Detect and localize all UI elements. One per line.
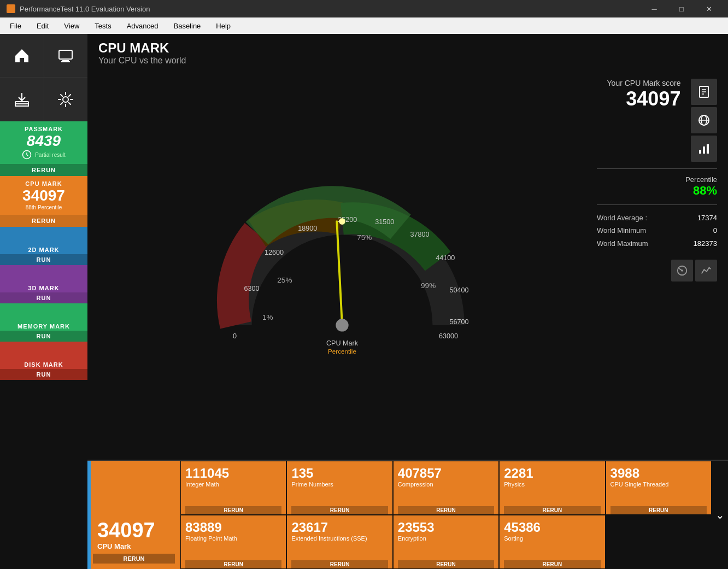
tile-cpu-single-rerun[interactable]: RERUN <box>610 506 707 514</box>
tile-sse-rerun[interactable]: RERUN <box>291 560 388 568</box>
settings-icon <box>56 90 75 109</box>
tile-sorting-name: Sorting <box>504 535 600 542</box>
passmark-section[interactable]: PASSMARK 8439 Partial result <box>0 121 87 164</box>
sidebar-home-button[interactable] <box>0 34 44 78</box>
page-subtitle: Your CPU vs the world <box>98 56 717 66</box>
menu-view[interactable]: View <box>56 20 87 32</box>
sidebar-top-icons <box>0 34 87 78</box>
svg-text:18900: 18900 <box>298 224 317 232</box>
tile-float-math: 83889 Floating Point Math RERUN <box>180 515 286 569</box>
chevron-down-icon: ⌄ <box>715 508 725 521</box>
sidebar-settings-button[interactable] <box>44 78 88 121</box>
system-icon <box>56 46 75 66</box>
world-minimum-row: World Minimum 0 <box>597 224 717 237</box>
minimize-button[interactable]: ─ <box>642 0 667 17</box>
tile-sse: 23617 Extended Instructions (SSE) RERUN <box>286 515 392 569</box>
tile-compression-number: 407857 <box>398 466 494 481</box>
gauge-icon-button[interactable] <box>671 260 693 281</box>
tile-integer-math-name: Integer Math <box>185 481 281 488</box>
2d-mark-run[interactable]: RUN <box>0 254 87 265</box>
score-value: 34097 <box>607 87 681 110</box>
tile-encryption-number: 23553 <box>398 520 494 535</box>
svg-text:56700: 56700 <box>449 318 468 325</box>
bar-chart-icon <box>697 142 711 155</box>
svg-line-21 <box>337 221 342 325</box>
menu-advanced[interactable]: Advanced <box>119 20 166 32</box>
cpu-mark-rerun-button[interactable]: RERUN <box>0 215 87 227</box>
tile-sorting: 45386 Sorting RERUN <box>499 515 605 569</box>
sidebar-system-button[interactable] <box>44 34 88 78</box>
passmark-score: 8439 <box>4 132 83 150</box>
main-tile-score: 34097 <box>97 519 175 542</box>
svg-point-23 <box>339 218 345 225</box>
main-tile-label: CPU Mark <box>97 542 175 550</box>
sidebar-3d-mark[interactable]: 3D MARK RUN <box>0 265 87 303</box>
tile-float-rerun[interactable]: RERUN <box>185 560 281 568</box>
score-divider2 <box>597 204 717 205</box>
scroll-down-button[interactable]: ⌄ <box>712 461 728 569</box>
3d-mark-run[interactable]: RUN <box>0 292 87 303</box>
home-icon <box>12 46 32 66</box>
passmark-rerun-button[interactable]: RERUN <box>0 164 87 176</box>
menu-help[interactable]: Help <box>208 20 238 32</box>
score-panel: Your CPU Mark score 34097 <box>591 68 723 460</box>
memory-mark-label: MEMORY MARK <box>17 323 70 330</box>
sidebar: PASSMARK 8439 Partial result RERUN CPU M… <box>0 34 87 569</box>
menu-baseline[interactable]: Baseline <box>166 20 208 32</box>
tile-physics-name: Physics <box>504 481 600 488</box>
maximize-button[interactable]: □ <box>669 0 694 17</box>
svg-text:CPU Mark: CPU Mark <box>326 339 359 347</box>
tile-compression-rerun[interactable]: RERUN <box>398 506 494 514</box>
tile-physics-rerun[interactable]: RERUN <box>504 506 600 514</box>
svg-point-4 <box>63 97 68 102</box>
tile-cpu-single-number: 3988 <box>610 466 707 481</box>
gauge-area: 1% 25% 75% 99% 0 6300 12600 18900 25200 … <box>87 68 728 460</box>
svg-text:63000: 63000 <box>439 332 458 340</box>
tile-sse-number: 23617 <box>291 520 388 535</box>
gauge-svg: 1% 25% 75% 99% 0 6300 12600 18900 25200 … <box>200 166 484 362</box>
svg-text:6300: 6300 <box>244 284 260 292</box>
tile-encryption: 23553 Encryption RERUN <box>393 515 499 569</box>
svg-text:75%: 75% <box>357 233 372 242</box>
speedometer-icon <box>676 265 688 277</box>
tile-sorting-rerun[interactable]: RERUN <box>504 560 600 568</box>
tile-integer-math-rerun[interactable]: RERUN <box>185 506 281 514</box>
disk-mark-run[interactable]: RUN <box>0 369 87 380</box>
title-bar: PerformanceTest 11.0 Evaluation Version … <box>0 0 728 17</box>
menu-tests[interactable]: Tests <box>87 20 119 32</box>
report-button[interactable] <box>691 79 717 105</box>
svg-text:99%: 99% <box>421 281 436 289</box>
chart-button[interactable] <box>691 136 717 162</box>
sidebar-disk-mark[interactable]: DISK MARK RUN <box>0 342 87 380</box>
sidebar-2d-mark[interactable]: 2D MARK RUN <box>0 227 87 265</box>
tile-prime-rerun[interactable]: RERUN <box>291 506 388 514</box>
svg-text:31500: 31500 <box>375 218 394 226</box>
menu-file[interactable]: File <box>2 20 29 32</box>
history-icon-button[interactable] <box>695 260 717 281</box>
3d-mark-label: 3D MARK <box>28 285 59 291</box>
main-cpu-tile: 34097 CPU Mark RERUN <box>87 461 180 569</box>
world-maximum-row: World Maximum 182373 <box>597 237 717 250</box>
tile-encryption-rerun[interactable]: RERUN <box>398 560 494 568</box>
sidebar-export-button[interactable] <box>0 78 44 121</box>
close-button[interactable]: ✕ <box>696 0 721 17</box>
content-area: CPU MARK Your CPU vs the world <box>87 34 728 569</box>
percentile-label: Percentile <box>597 175 717 184</box>
cpu-mark-section[interactable]: CPU MARK 34097 88th Percentile <box>0 176 87 215</box>
clock-icon <box>22 150 32 160</box>
history-chart-icon <box>700 265 712 277</box>
world-maximum-value: 182373 <box>694 237 717 250</box>
gauge-container: 1% 25% 75% 99% 0 6300 12600 18900 25200 … <box>93 68 591 460</box>
memory-mark-run[interactable]: RUN <box>0 331 87 342</box>
main-tile-rerun-button[interactable]: RERUN <box>93 554 175 564</box>
title-bar-left: PerformanceTest 11.0 Evaluation Version <box>7 4 150 13</box>
globe-button[interactable] <box>691 107 717 133</box>
tile-prime-name: Prime Numbers <box>291 481 388 488</box>
world-average-label: World Average : 17374 <box>597 212 717 224</box>
globe-icon <box>697 114 711 127</box>
tile-empty <box>606 515 712 569</box>
svg-rect-2 <box>61 61 70 62</box>
sidebar-memory-mark[interactable]: MEMORY MARK RUN <box>0 303 87 342</box>
tile-float-number: 83889 <box>185 520 281 535</box>
menu-edit[interactable]: Edit <box>29 20 56 32</box>
